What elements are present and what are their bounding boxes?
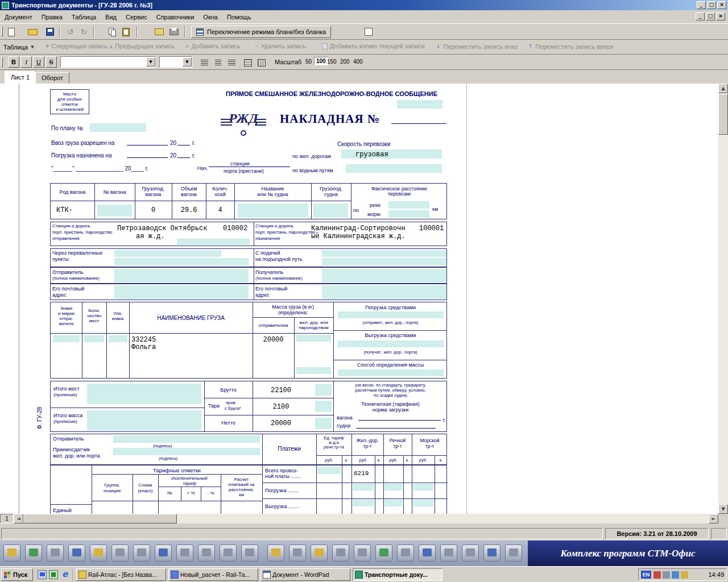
dep-station-value[interactable]: Петрозаводск Октябрьск [117, 225, 207, 232]
tara-value[interactable]: 2100 [255, 403, 307, 411]
quicklaunch-desktop-icon[interactable] [38, 570, 47, 579]
field[interactable] [322, 269, 446, 282]
field[interactable] [317, 467, 341, 474]
scale-400-button[interactable]: 400 [353, 59, 363, 65]
field[interactable] [384, 484, 402, 490]
tray-icon[interactable] [681, 571, 688, 579]
scroll-right-button[interactable]: ► [709, 514, 718, 523]
field[interactable] [113, 448, 260, 455]
launcher-icon[interactable] [155, 544, 172, 562]
field[interactable] [322, 285, 446, 299]
taskbar-task-transport-docs[interactable]: Транспортные доку... [353, 568, 442, 581]
font-select[interactable]: ▼ [60, 56, 156, 68]
field[interactable] [238, 203, 308, 218]
menu-item[interactable]: Сервис [121, 11, 152, 23]
next-record-button[interactable]: ▼ Следующая запись [46, 43, 107, 49]
taskbar-task-railatlas[interactable]: Rail-Атлас - [Без Назва... [76, 568, 166, 581]
field[interactable] [84, 335, 104, 342]
prev-record-button[interactable]: ▲ Предыдущая запись [109, 43, 175, 49]
start-button[interactable]: Пуск [1, 568, 33, 581]
align-right-icon[interactable] [225, 56, 238, 69]
launcher-icon[interactable] [68, 544, 85, 562]
table-borders-icon[interactable] [241, 56, 254, 69]
field[interactable] [346, 164, 442, 173]
align-left-icon[interactable] [198, 56, 211, 69]
redo-icon[interactable]: ↻ [77, 26, 90, 38]
dep-railway-value[interactable]: ая ж.д. [136, 232, 164, 240]
field[interactable] [114, 250, 221, 257]
field[interactable] [90, 123, 146, 132]
copy-record-button[interactable]: Добавить копию текущей записи [322, 43, 425, 49]
wagon-capacity-value[interactable]: 0 [135, 206, 172, 214]
field[interactable] [384, 500, 402, 506]
launcher-icon[interactable] [311, 544, 328, 562]
menu-item[interactable]: Таблица [67, 11, 101, 23]
language-indicator[interactable]: EN [641, 571, 651, 579]
add-record-button[interactable]: + Добавить запись [185, 43, 241, 49]
field[interactable] [114, 285, 249, 299]
move-record-up-button[interactable]: ↑ Переместить запись вверх [528, 43, 613, 50]
wagon-type-value[interactable]: КТК- [56, 206, 73, 214]
field[interactable] [87, 384, 201, 404]
copy-icon[interactable] [106, 26, 119, 38]
menu-item[interactable]: Справочники [152, 11, 199, 23]
cargo-code-value[interactable]: 332245 [131, 336, 156, 344]
quicklaunch-ie-icon[interactable]: e [60, 569, 69, 579]
axle-count-value[interactable]: 4 [206, 206, 234, 214]
scale-100-button[interactable]: 100 [314, 57, 328, 65]
dest-station-code[interactable]: 100001 [419, 225, 444, 232]
menu-item[interactable]: Вид [101, 11, 121, 23]
menu-item[interactable]: Помощь [222, 11, 256, 23]
field[interactable] [388, 210, 429, 218]
new-document-icon[interactable] [5, 26, 18, 38]
launcher-icon[interactable] [397, 544, 414, 562]
launcher-icon[interactable] [47, 544, 64, 562]
quicklaunch-app-icon[interactable] [49, 570, 58, 579]
launcher-icon[interactable] [133, 544, 150, 562]
font-size-select[interactable]: ▼ [159, 56, 192, 68]
child-minimize-button[interactable]: _ [696, 13, 705, 20]
wagon-volume-value[interactable]: 29.6 [172, 206, 206, 214]
maximize-button[interactable]: □ [707, 1, 716, 9]
close-button[interactable]: × [717, 1, 726, 9]
align-center-icon[interactable] [212, 56, 225, 69]
field[interactable] [322, 250, 446, 257]
speed-value[interactable]: грузовая [355, 151, 388, 159]
field[interactable] [413, 500, 433, 506]
blank-mode-toggle-button[interactable]: Переключение режима бланк/без бланка [191, 26, 331, 38]
field[interactable] [114, 269, 249, 282]
launcher-icon[interactable] [90, 544, 107, 562]
launcher-icon[interactable] [198, 544, 215, 562]
italic-button[interactable]: I [20, 56, 32, 68]
field[interactable] [114, 258, 249, 265]
tab-sheet1[interactable]: Лист 1 [5, 71, 36, 84]
field[interactable] [338, 311, 444, 318]
scroll-down-button[interactable]: ▼ [718, 504, 728, 514]
field[interactable] [313, 203, 348, 218]
launcher-icon[interactable] [3, 544, 20, 562]
tray-icon[interactable] [653, 571, 661, 579]
field[interactable] [353, 484, 374, 490]
launcher-icon[interactable] [176, 544, 193, 562]
taskbar-task-railtariff[interactable]: Новый_расчет - Rail-Та... [168, 568, 258, 581]
field[interactable] [53, 335, 80, 342]
scale-50-button[interactable]: 50 [305, 59, 312, 65]
taskbar-task-wordpad[interactable]: Документ - WordPad [260, 568, 350, 581]
field[interactable] [97, 205, 132, 217]
netto-value[interactable]: 20000 [255, 419, 307, 427]
field[interactable] [315, 384, 332, 396]
toolbar-grip[interactable] [1, 26, 3, 36]
launcher-icon[interactable] [375, 544, 392, 562]
field[interactable] [413, 484, 433, 490]
waybill-number-line[interactable] [391, 123, 446, 124]
save-icon[interactable] [43, 26, 56, 38]
bold-button[interactable]: B [8, 56, 19, 68]
field[interactable] [338, 340, 444, 347]
dest-railway-value[interactable]: ый Калининградская ж.д. [311, 232, 406, 240]
open-folder-icon[interactable] [26, 26, 39, 38]
underline-button[interactable]: U [33, 56, 44, 68]
font-select-arrow[interactable]: ▼ [146, 57, 155, 66]
toolbar-grip[interactable] [1, 57, 3, 67]
field[interactable] [177, 239, 250, 245]
field[interactable] [109, 335, 127, 342]
